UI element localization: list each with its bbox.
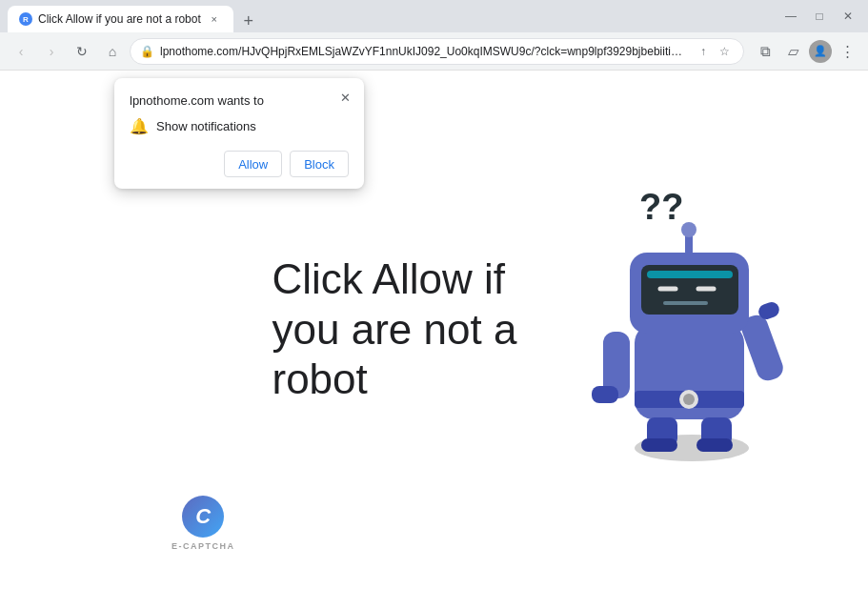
svg-point-5 <box>683 394 695 405</box>
titlebar: R Click Allow if you are not a robot × +… <box>0 0 868 32</box>
allow-button[interactable]: Allow <box>224 151 282 177</box>
new-tab-button[interactable]: + <box>237 10 260 32</box>
omnibox-right-icons: ↑ ☆ <box>694 42 734 61</box>
tab-close-button[interactable]: × <box>207 11 222 27</box>
active-tab[interactable]: R Click Allow if you are not a robot × <box>8 6 233 32</box>
block-button[interactable]: Block <box>290 151 349 177</box>
popup-permission-row: 🔔 Show notifications <box>130 117 349 135</box>
extensions-button[interactable]: ⧉ <box>752 38 778 65</box>
svg-rect-12 <box>647 271 733 278</box>
tab-title: Click Allow if you are not a robot <box>38 12 201 26</box>
window-controls: — □ ✕ <box>778 4 860 29</box>
tab-strip: R Click Allow if you are not a robot × + <box>8 0 773 32</box>
robot-illustration: ?? <box>582 162 792 467</box>
popup-close-button[interactable]: ✕ <box>335 88 354 107</box>
toolbar-right-actions: ⧉ ▱ 👤 ⋮ <box>752 38 860 65</box>
svg-rect-7 <box>592 386 618 403</box>
maximize-button[interactable]: □ <box>807 4 832 29</box>
popup-title: lpnothome.com wants to <box>130 93 349 108</box>
minimize-button[interactable]: — <box>778 4 803 29</box>
notification-popup: ✕ lpnothome.com wants to 🔔 Show notifica… <box>114 78 364 189</box>
reload-button[interactable]: ↻ <box>69 38 95 65</box>
svg-text:??: ?? <box>639 187 683 227</box>
sidebar-button[interactable]: ▱ <box>780 38 807 65</box>
svg-rect-21 <box>696 438 733 452</box>
home-button[interactable]: ⌂ <box>99 38 126 65</box>
profile-button[interactable]: 👤 <box>809 40 832 63</box>
omnibox[interactable]: 🔒 lpnothome.com/HJvQHpjRxEMLSjaWZvYF1nnU… <box>130 38 744 65</box>
svg-point-17 <box>681 222 696 237</box>
menu-button[interactable]: ⋮ <box>834 38 860 65</box>
ecaptcha-letter: C <box>195 504 211 529</box>
forward-button[interactable]: › <box>38 38 65 65</box>
svg-rect-20 <box>641 438 677 452</box>
ecaptcha-label: E-CAPTCHA <box>172 541 235 551</box>
page-content: ✕ lpnothome.com wants to 🔔 Show notifica… <box>0 71 868 589</box>
url-text: lpnothome.com/HJvQHpjRxEMLSjaWZvYF1nnUkI… <box>160 45 688 58</box>
popup-actions: Allow Block <box>130 151 349 177</box>
browser-toolbar: ‹ › ↻ ⌂ 🔒 lpnothome.com/HJvQHpjRxEMLSjaW… <box>0 32 868 71</box>
back-button[interactable]: ‹ <box>8 38 34 65</box>
ecaptcha-logo: C E-CAPTCHA <box>172 496 235 551</box>
hero-text: Click Allow if you are not a robot <box>273 254 520 405</box>
tab-favicon: R <box>19 12 32 26</box>
robot-svg: ?? <box>582 162 792 467</box>
ecaptcha-icon: C <box>182 496 224 538</box>
share-icon-btn[interactable]: ↑ <box>694 42 713 61</box>
close-button[interactable]: ✕ <box>836 4 860 29</box>
bell-icon: 🔔 <box>130 117 149 135</box>
lock-icon: 🔒 <box>140 45 154 58</box>
permission-label: Show notifications <box>156 119 256 133</box>
bookmark-icon-btn[interactable]: ☆ <box>715 42 734 61</box>
browser-window: R Click Allow if you are not a robot × +… <box>0 0 868 589</box>
